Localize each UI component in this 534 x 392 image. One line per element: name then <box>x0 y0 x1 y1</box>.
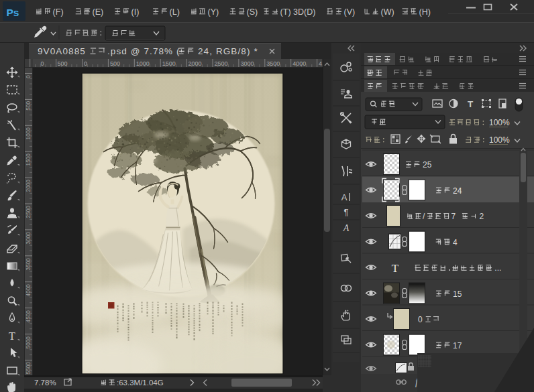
svg-text:3500: 3500 <box>25 258 32 271</box>
svg-text:.psd @ 7.78% (: .psd @ 7.78% ( <box>107 46 180 56</box>
svg-text:24: 24 <box>453 186 462 196</box>
svg-text:(Y): (Y) <box>208 7 219 17</box>
svg-text:(V): (V) <box>344 7 356 17</box>
svg-text:0: 0 <box>25 75 32 78</box>
svg-text:4000: 4000 <box>292 60 306 67</box>
svg-text:3500: 3500 <box>266 60 280 67</box>
svg-text::63.3M/1.04G: :63.3M/1.04G <box>117 379 164 387</box>
svg-text:2000: 2000 <box>25 180 32 192</box>
svg-text:4500: 4500 <box>25 310 32 323</box>
svg-text:A: A <box>341 192 348 202</box>
svg-text:500: 500 <box>25 101 32 111</box>
svg-text:2500: 2500 <box>215 60 228 67</box>
svg-text:T: T <box>9 330 15 342</box>
svg-text:500: 500 <box>110 60 120 67</box>
svg-text:15: 15 <box>453 289 462 299</box>
svg-text:¶: ¶ <box>344 207 349 217</box>
svg-text:(L): (L) <box>170 7 180 17</box>
svg-text:(F): (F) <box>53 7 64 17</box>
svg-text:(I): (I) <box>131 7 140 17</box>
svg-text:(E): (E) <box>93 7 104 17</box>
svg-text:0: 0 <box>41 60 44 67</box>
svg-text:Ps: Ps <box>7 7 19 18</box>
svg-text:3000: 3000 <box>25 232 32 245</box>
svg-text:1500: 1500 <box>25 153 32 166</box>
svg-text:17: 17 <box>453 341 462 350</box>
svg-text:24, RGB/8) *: 24, RGB/8) * <box>198 46 258 56</box>
svg-text:500: 500 <box>58 60 68 67</box>
svg-text:0: 0 <box>418 315 423 324</box>
svg-text:4000: 4000 <box>25 284 32 297</box>
svg-text:2000: 2000 <box>189 60 202 67</box>
svg-text:5000: 5000 <box>25 336 32 349</box>
svg-text:5500: 5500 <box>25 362 32 375</box>
svg-text:(W): (W) <box>381 7 394 17</box>
svg-text:(S): (S) <box>247 7 258 17</box>
svg-text:100%: 100% <box>489 135 510 145</box>
svg-text:4: 4 <box>453 238 458 247</box>
svg-text:T: T <box>392 262 399 275</box>
svg-text:1500: 1500 <box>162 60 176 67</box>
svg-text:A: A <box>343 223 350 233</box>
svg-text:...: ... <box>494 263 501 273</box>
svg-text:T: T <box>468 99 474 109</box>
svg-text:25: 25 <box>423 160 432 170</box>
svg-text:0: 0 <box>84 60 87 67</box>
svg-text:3000: 3000 <box>240 60 254 67</box>
svg-text:3D(D): 3D(D) <box>293 7 315 17</box>
svg-text:(H): (H) <box>419 7 431 17</box>
svg-text:7: 7 <box>451 212 456 221</box>
svg-text:4: 4 <box>319 60 322 67</box>
svg-text:100%: 100% <box>489 118 510 127</box>
svg-text:9V0A0885: 9V0A0885 <box>38 46 86 56</box>
svg-text:2500: 2500 <box>25 206 32 218</box>
svg-text:2: 2 <box>479 212 484 221</box>
svg-text:(T): (T) <box>280 7 291 17</box>
svg-text:1000: 1000 <box>136 60 150 67</box>
svg-text:1000: 1000 <box>25 127 32 140</box>
svg-text:7.78%: 7.78% <box>34 379 56 387</box>
